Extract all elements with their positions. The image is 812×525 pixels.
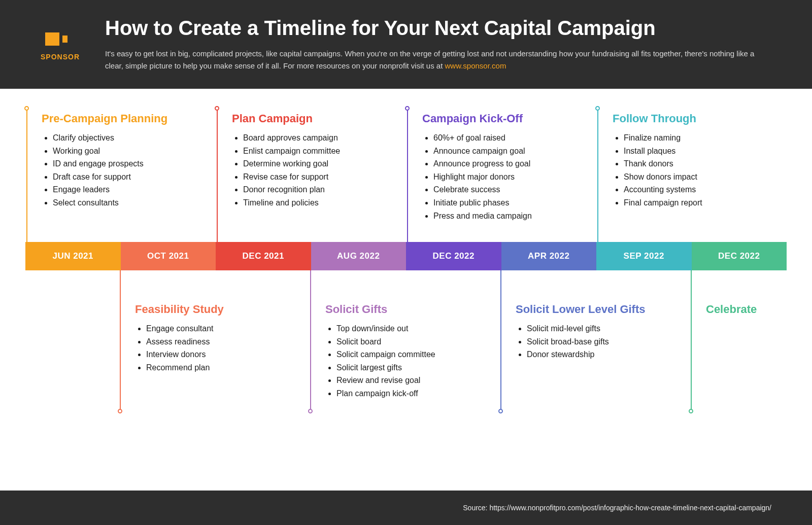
list-item: Initiate public phases <box>433 196 574 209</box>
connector-feasibility <box>120 270 121 411</box>
list-item: Timeline and policies <box>243 196 384 209</box>
list-item: Solicit broad-base gifts <box>527 335 678 348</box>
list-item: Press and media campaign <box>433 209 574 223</box>
phase-title: Celebrate <box>706 303 797 316</box>
list-item: Board approves campaign <box>243 131 384 145</box>
connector-lower-level <box>500 270 501 411</box>
phase-list: 60%+ of goal raised Announce campaign go… <box>422 131 574 222</box>
connector-pre-campaign <box>26 108 27 242</box>
list-item: ID and engage prospects <box>53 157 194 170</box>
footer: Source: https://www.nonprofitpro.com/pos… <box>0 491 812 525</box>
phase-title: Follow Through <box>613 112 765 125</box>
subtitle-text: It's easy to get lost in big, complicate… <box>105 49 754 70</box>
list-item: Donor stewardship <box>527 348 678 361</box>
list-item: Thank donors <box>624 157 765 170</box>
list-item: Install plaques <box>624 145 765 158</box>
phase-pre-campaign: Pre-Campaign Planning Clarify objectives… <box>42 112 194 209</box>
sponsor-logo: SPONSOR <box>41 28 80 61</box>
month-dec-2021: DEC 2021 <box>216 242 311 270</box>
page-subtitle: It's easy to get lost in big, complicate… <box>105 48 765 72</box>
month-oct-2021: OCT 2021 <box>121 242 216 270</box>
list-item: Engage consultant <box>146 322 287 335</box>
list-item: Revise case for support <box>243 170 384 184</box>
list-item: Working goal <box>53 145 194 158</box>
phase-title: Pre-Campaign Planning <box>42 112 194 125</box>
logo-mark-icon <box>45 28 76 50</box>
phase-plan-campaign: Plan Campaign Board approves campaign En… <box>232 112 384 209</box>
phase-follow-through: Follow Through Finalize naming Install p… <box>613 112 765 209</box>
logo-text: SPONSOR <box>41 53 80 61</box>
connector-solicit-gifts <box>310 270 311 411</box>
phase-title: Solicit Gifts <box>325 303 478 316</box>
list-item: Solicit largest gifts <box>336 361 478 374</box>
phase-feasibility: Feasibility Study Engage consultant Asse… <box>135 303 287 374</box>
list-item: Select consultants <box>53 196 194 209</box>
list-item: Engage leaders <box>53 183 194 196</box>
month-jun-2021: JUN 2021 <box>25 242 121 270</box>
main-canvas: JUN 2021 OCT 2021 DEC 2021 AUG 2022 DEC … <box>0 89 812 491</box>
phase-celebrate: Celebrate <box>706 303 797 322</box>
phase-title: Solicit Lower Level Gifts <box>516 303 678 316</box>
connector-kickoff <box>407 108 408 242</box>
list-item: Clarify objectives <box>53 131 194 145</box>
list-item: Solicit campaign committee <box>336 348 478 361</box>
list-item: Interview donors <box>146 348 287 361</box>
footer-source: Source: https://www.nonprofitpro.com/pos… <box>463 504 771 512</box>
list-item: Accounting systems <box>624 183 765 196</box>
list-item: Review and revise goal <box>336 374 478 387</box>
list-item: Determine working goal <box>243 157 384 170</box>
list-item: Enlist campaign committee <box>243 145 384 158</box>
phase-list: Top down/inside out Solicit board Solici… <box>325 322 478 400</box>
connector-plan-campaign <box>217 108 218 242</box>
list-item: Show donors impact <box>624 170 765 184</box>
list-item: Celebrate success <box>433 183 574 196</box>
timeline-bar: JUN 2021 OCT 2021 DEC 2021 AUG 2022 DEC … <box>25 242 787 270</box>
header: SPONSOR How to Create a Timeline for You… <box>0 0 812 89</box>
header-text: How to Create a Timeline for Your Next C… <box>105 17 765 72</box>
month-aug-2022: AUG 2022 <box>311 242 407 270</box>
list-item: Solicit board <box>336 335 478 348</box>
connector-follow-through <box>597 108 598 242</box>
list-item: Final campaign report <box>624 196 765 209</box>
list-item: Assess readiness <box>146 335 287 348</box>
subtitle-link[interactable]: www.sponsor.com <box>445 61 506 70</box>
phase-list: Finalize naming Install plaques Thank do… <box>613 131 765 209</box>
list-item: Highlight major donors <box>433 170 574 184</box>
phase-list: Engage consultant Assess readiness Inter… <box>135 322 287 374</box>
month-dec-2022-a: DEC 2022 <box>406 242 501 270</box>
list-item: Top down/inside out <box>336 322 478 335</box>
list-item: Plan campaign kick-off <box>336 387 478 400</box>
phase-title: Plan Campaign <box>232 112 384 125</box>
page-title: How to Create a Timeline for Your Next C… <box>105 17 765 40</box>
list-item: Draft case for support <box>53 170 194 184</box>
month-apr-2022: APR 2022 <box>501 242 597 270</box>
list-item: Solicit mid-level gifts <box>527 322 678 335</box>
month-sep-2022: SEP 2022 <box>596 242 692 270</box>
phase-list: Board approves campaign Enlist campaign … <box>232 131 384 209</box>
list-item: Announce campaign goal <box>433 145 574 158</box>
phase-title: Campaign Kick-Off <box>422 112 574 125</box>
list-item: Announce progress to goal <box>433 157 574 170</box>
phase-solicit-gifts: Solicit Gifts Top down/inside out Solici… <box>325 303 478 400</box>
list-item: Finalize naming <box>624 131 765 145</box>
list-item: Recommend plan <box>146 361 287 374</box>
connector-celebrate <box>691 270 692 411</box>
phase-list: Solicit mid-level gifts Solicit broad-ba… <box>516 322 678 361</box>
phase-kickoff: Campaign Kick-Off 60%+ of goal raised An… <box>422 112 574 222</box>
phase-lower-level: Solicit Lower Level Gifts Solicit mid-le… <box>516 303 678 361</box>
list-item: 60%+ of goal raised <box>433 131 574 145</box>
month-dec-2022-b: DEC 2022 <box>692 242 787 270</box>
list-item: Donor recognition plan <box>243 183 384 196</box>
phase-list: Clarify objectives Working goal ID and e… <box>42 131 194 209</box>
phase-title: Feasibility Study <box>135 303 287 316</box>
